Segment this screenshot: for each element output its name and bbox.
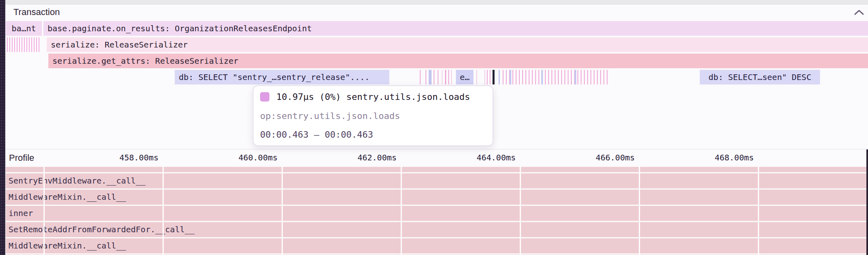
span-tooltip: 10.97μs (0%) sentry.utils.json.loads op:…	[253, 85, 493, 146]
tiny-span-mark[interactable]	[438, 70, 438, 84]
tiny-span-mark[interactable]	[476, 70, 477, 84]
top-divider-band	[5, 0, 868, 4]
span-label: base.paginate.on_results: OrganizationRe…	[43, 24, 312, 33]
profile-panel: Profile 458.00ms 460.00ms 462.00ms 464.0…	[5, 149, 868, 255]
span-label: db: SELECT…seen" DESC	[709, 72, 812, 82]
profile-section-title: Profile	[5, 153, 34, 163]
tooltip-summary: 10.97μs (0%) sentry.utils.json.loads	[276, 92, 470, 102]
tiny-span-mark[interactable]	[420, 70, 421, 84]
span-label: serialize.get_attrs: ReleaseSerializer	[48, 56, 239, 66]
span-bar-base-paginate[interactable]: base.paginate.on_results: OrganizationRe…	[43, 21, 868, 36]
tiny-span-mark[interactable]	[434, 70, 434, 84]
collapsed-spans-cluster[interactable]	[503, 70, 608, 84]
axis-tick-label: 458.00ms	[114, 150, 163, 166]
tooltip-time-range: 00:00.463 — 00:00.463	[260, 130, 486, 140]
frame-label: SentryEnvMiddleware.__call__	[6, 173, 145, 188]
flame-frame-partial[interactable]	[6, 167, 866, 172]
tiny-span-mark[interactable]	[448, 70, 449, 84]
flame-frame[interactable]: SetRemoteAddrFromForwardedFor.__call__	[6, 222, 866, 237]
tiny-span-mark[interactable]	[484, 70, 485, 84]
span-bar-db-select[interactable]: db: SELECT "sentry_…sentry_release"....	[175, 70, 389, 84]
transaction-section-title: Transaction	[5, 7, 60, 17]
span-chip-truncated[interactable]: ba…nt	[6, 21, 42, 36]
tiny-span-mark[interactable]	[451, 70, 452, 84]
transaction-section-header: Transaction	[5, 4, 868, 20]
flame-frame[interactable]: MiddlewareMixin.__call__	[6, 238, 866, 253]
frame-label: SetRemoteAddrFromForwardedFor.__call__	[6, 222, 195, 237]
span-label: db: SELECT "sentry_…sentry_release"....	[175, 72, 370, 82]
tiny-span-mark	[510, 70, 511, 84]
profile-time-axis: Profile 458.00ms 460.00ms 462.00ms 464.0…	[5, 150, 868, 166]
tiny-span-mark[interactable]	[499, 70, 500, 84]
axis-tick-label: 462.00ms	[352, 150, 401, 166]
axis-tick-label: 468.00ms	[709, 150, 758, 166]
tiny-span-mark[interactable]	[490, 70, 490, 84]
flame-frame[interactable]: inner	[6, 206, 866, 221]
frame-label: MiddlewareMixin.__call__	[6, 238, 126, 253]
collapsed-spans-cluster[interactable]	[7, 37, 40, 52]
tiny-span-mark[interactable]	[429, 70, 432, 84]
axis-tick-label: 460.00ms	[233, 150, 282, 166]
span-color-swatch	[260, 92, 269, 102]
span-bar-serialize-get-attrs[interactable]: serialize.get_attrs: ReleaseSerializer	[48, 54, 868, 68]
trace-profile-view: Transaction ba…nt base.paginate.on_resul…	[0, 0, 868, 255]
tiny-span-mark[interactable]	[442, 70, 443, 84]
scrollbar-rail[interactable]	[866, 149, 868, 255]
flame-frame[interactable]: SentryEnvMiddleware.__call__	[6, 173, 866, 188]
span-chip-e[interactable]: e…	[456, 70, 473, 84]
span-bar-serialize[interactable]: serialize: ReleaseSerializer	[47, 37, 868, 52]
sidebar-edge-rail	[0, 0, 5, 255]
frame-label: inner	[6, 206, 33, 221]
axis-tick-label: 464.00ms	[471, 150, 520, 166]
span-cursor-marker[interactable]	[493, 70, 495, 84]
tiny-span-mark[interactable]	[445, 70, 446, 84]
span-bar-db-select-desc[interactable]: db: SELECT…seen" DESC	[700, 70, 820, 84]
span-chip-label: ba…nt	[11, 24, 36, 33]
tooltip-summary-row: 10.97μs (0%) sentry.utils.json.loads	[260, 92, 486, 102]
tiny-span-mark[interactable]	[425, 70, 426, 84]
tiny-span-mark	[541, 70, 543, 84]
frame-label: MiddlewareMixin.__call__	[6, 190, 126, 205]
flame-frame[interactable]: MiddlewareMixin.__call__	[6, 190, 866, 205]
tiny-span-mark[interactable]	[487, 70, 488, 84]
chevron-up-icon	[854, 9, 864, 15]
tooltip-op: op:sentry.utils.json.loads	[260, 111, 486, 121]
collapse-transaction-button[interactable]	[853, 7, 865, 17]
span-chip-label: e…	[460, 72, 469, 82]
tiny-span-mark	[575, 70, 576, 84]
axis-tick-label: 466.00ms	[590, 150, 639, 166]
span-label: serialize: ReleaseSerializer	[47, 40, 188, 50]
